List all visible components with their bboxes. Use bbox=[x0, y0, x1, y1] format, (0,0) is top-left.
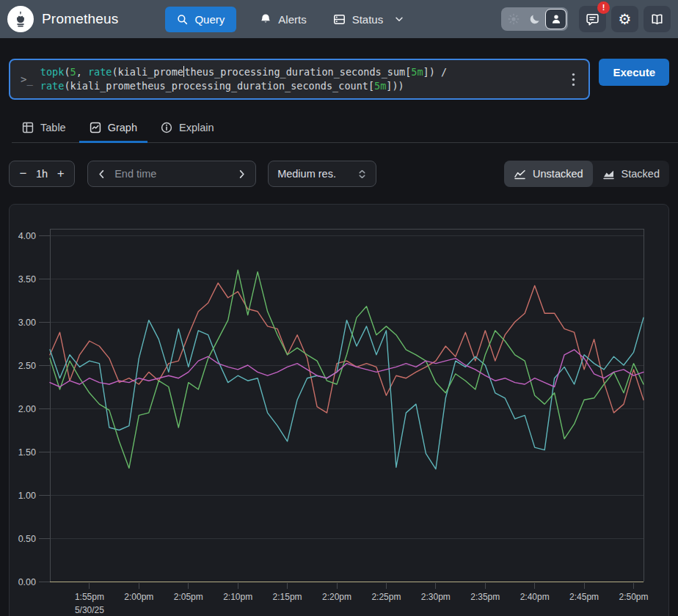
tab-graph[interactable]: Graph bbox=[79, 115, 147, 143]
gear-icon: ⚙ bbox=[619, 12, 632, 26]
navbar-actions: ! ⚙ bbox=[501, 6, 671, 32]
tab-explain[interactable]: Explain bbox=[150, 115, 225, 143]
y-axis-label: 3.00 bbox=[18, 318, 36, 328]
chevron-down-icon bbox=[394, 14, 404, 24]
unstacked-chart-icon bbox=[514, 168, 526, 180]
unstacked-label: Unstacked bbox=[533, 168, 583, 180]
table-icon bbox=[22, 122, 34, 133]
chevron-left-icon bbox=[96, 169, 107, 180]
moon-icon bbox=[529, 13, 541, 25]
kebab-menu-icon bbox=[572, 73, 575, 87]
range-value[interactable]: 1h bbox=[34, 168, 50, 180]
end-time-back-button[interactable] bbox=[96, 169, 107, 180]
navbar: Prometheus Query Alerts Status bbox=[0, 0, 678, 38]
prometheus-logo[interactable] bbox=[7, 6, 34, 32]
x-axis-label: 2:15pm bbox=[273, 592, 302, 602]
torch-icon bbox=[11, 10, 30, 29]
x-axis-label: 2:05pm bbox=[174, 592, 203, 602]
y-axis-label: 1.00 bbox=[18, 491, 36, 501]
bell-icon bbox=[260, 13, 271, 25]
nav-alerts-label: Alerts bbox=[278, 13, 306, 26]
x-axis-label: 2:40pm bbox=[520, 592, 550, 602]
theme-toggle bbox=[501, 7, 568, 31]
nav-query[interactable]: Query bbox=[165, 7, 236, 32]
docs-button[interactable] bbox=[644, 6, 671, 32]
expression-line-1: topk(5, rate(kiali_prometheus_processing… bbox=[40, 65, 564, 79]
tab-graph-label: Graph bbox=[108, 122, 137, 133]
end-time-picker[interactable]: End time bbox=[87, 161, 256, 187]
end-time-placeholder[interactable]: End time bbox=[114, 168, 236, 180]
brand-title: Prometheus bbox=[42, 11, 118, 27]
book-icon bbox=[650, 12, 664, 26]
y-axis-label: 1.50 bbox=[18, 447, 36, 458]
y-axis-label: 0.50 bbox=[18, 534, 36, 544]
settings-button[interactable]: ⚙ bbox=[611, 6, 638, 32]
x-axis-date-label: 5/30/25 bbox=[75, 605, 104, 615]
query-section: >_ topk(5, rate(kiali_prometheus_process… bbox=[0, 59, 678, 100]
user-icon bbox=[550, 13, 562, 25]
theme-auto-button[interactable] bbox=[546, 10, 566, 29]
x-axis-label: 2:35pm bbox=[470, 592, 500, 602]
expression-editor[interactable]: topk(5, rate(kiali_prometheus_processing… bbox=[40, 65, 564, 93]
search-icon bbox=[177, 14, 188, 25]
stacked-label: Stacked bbox=[622, 168, 660, 180]
x-axis-label: 2:50pm bbox=[619, 592, 649, 602]
main-nav: Query Alerts Status bbox=[165, 7, 407, 32]
expression-input[interactable]: >_ topk(5, rate(kiali_prometheus_process… bbox=[9, 59, 590, 100]
range-increase-button[interactable]: + bbox=[50, 162, 71, 186]
x-axis-label: 1:55pm bbox=[75, 592, 104, 602]
graph-panel: 0.000.501.001.502.002.503.003.504.001:55… bbox=[9, 204, 669, 616]
range-decrease-button[interactable]: − bbox=[12, 162, 34, 186]
select-caret-icon bbox=[357, 169, 367, 180]
x-axis-label: 2:30pm bbox=[421, 592, 451, 602]
y-axis-label: 4.00 bbox=[18, 231, 36, 241]
x-axis-label: 2:10pm bbox=[223, 592, 252, 602]
query-options-button[interactable] bbox=[564, 65, 583, 93]
stacked-button[interactable]: Stacked bbox=[593, 161, 669, 187]
x-axis-label: 2:00pm bbox=[124, 592, 153, 602]
y-axis-label: 3.50 bbox=[18, 274, 36, 285]
y-axis-label: 2.50 bbox=[18, 361, 36, 371]
resolution-value: Medium res. bbox=[277, 168, 357, 180]
theme-dark-button[interactable] bbox=[525, 10, 544, 29]
expression-line-2: rate(kiali_prometheus_processing_duratio… bbox=[40, 79, 564, 93]
tab-explain-label: Explain bbox=[179, 122, 214, 133]
x-axis-label: 2:45pm bbox=[569, 592, 599, 602]
nav-status-label: Status bbox=[352, 13, 384, 26]
notifications-button[interactable]: ! bbox=[579, 6, 606, 32]
nav-alerts[interactable]: Alerts bbox=[257, 7, 309, 32]
nav-status[interactable]: Status bbox=[330, 7, 408, 32]
theme-light-button[interactable] bbox=[503, 10, 523, 29]
graph-controls: − 1h + End time Medium res. Un bbox=[0, 161, 678, 187]
message-icon bbox=[586, 12, 599, 26]
nav-query-label: Query bbox=[194, 13, 225, 26]
notification-badge: ! bbox=[597, 1, 610, 14]
execute-button[interactable]: Execute bbox=[599, 59, 669, 86]
chevron-right-icon bbox=[236, 169, 247, 180]
stacked-chart-icon bbox=[602, 168, 615, 180]
info-icon bbox=[161, 122, 172, 133]
tab-table-label: Table bbox=[40, 122, 66, 133]
server-icon bbox=[333, 13, 346, 26]
stacking-toggle: Unstacked Stacked bbox=[504, 161, 669, 187]
x-axis-label: 2:25pm bbox=[371, 592, 401, 602]
prompt-icon: >_ bbox=[21, 73, 33, 85]
sun-icon bbox=[508, 13, 520, 25]
x-axis-label: 2:20pm bbox=[322, 592, 351, 602]
unstacked-button[interactable]: Unstacked bbox=[504, 161, 593, 187]
graph-icon bbox=[90, 122, 101, 133]
end-time-forward-button[interactable] bbox=[236, 169, 247, 180]
series-line-green bbox=[50, 270, 644, 468]
resolution-select[interactable]: Medium res. bbox=[268, 161, 376, 187]
range-selector: − 1h + bbox=[9, 161, 75, 187]
time-series-chart[interactable]: 0.000.501.001.502.002.503.003.504.001:55… bbox=[10, 205, 668, 616]
result-tabs: Table Graph Explain bbox=[12, 115, 678, 143]
y-axis-label: 2.00 bbox=[18, 404, 36, 414]
tab-table[interactable]: Table bbox=[12, 115, 76, 143]
y-axis-label: 0.00 bbox=[18, 577, 36, 587]
